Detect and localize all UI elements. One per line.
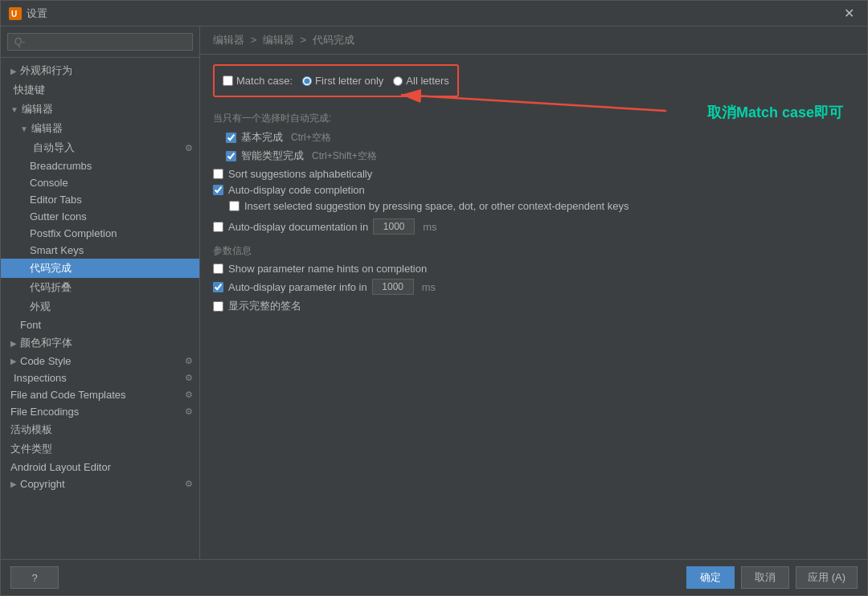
- sidebar-item-label: 文件类型: [10, 442, 52, 456]
- sidebar-item-code-folding[interactable]: 代码折叠: [1, 278, 199, 297]
- auto-param-checkbox[interactable]: [213, 282, 223, 292]
- sidebar-item-postfix[interactable]: Postfix Completion: [1, 225, 199, 242]
- sort-alpha-row: Sort suggestions alphabetically: [213, 168, 854, 180]
- settings-window: U 设置 ✕ ▶ 外观和行为 快捷键 ▼: [0, 0, 868, 596]
- match-case-text: Match case:: [236, 75, 293, 87]
- match-case-label: Match case:: [223, 75, 293, 87]
- sidebar-item-color-font[interactable]: ▶ 颜色和字体: [1, 333, 199, 353]
- window-title: 设置: [27, 6, 839, 21]
- sidebar-item-gutter-icons[interactable]: Gutter Icons: [1, 208, 199, 225]
- help-button[interactable]: ?: [10, 566, 59, 589]
- settings-icon: ⚙: [185, 373, 193, 383]
- auto-display-checkbox[interactable]: [213, 185, 223, 195]
- sidebar-item-code-completion[interactable]: 代码完成: [1, 259, 199, 278]
- svg-text:U: U: [11, 10, 17, 18]
- sort-alpha-checkbox[interactable]: [213, 169, 223, 179]
- sidebar-item-label: Console: [30, 177, 68, 189]
- sidebar-item-keymap[interactable]: 快捷键: [1, 80, 199, 100]
- first-letter-label: First letter only: [302, 75, 383, 87]
- auto-doc-checkbox[interactable]: [213, 222, 223, 232]
- sidebar-item-android-layout[interactable]: Android Layout Editor: [1, 459, 199, 476]
- sidebar-item-label: 自动导入: [33, 141, 75, 155]
- breadcrumb: 编辑器 > 编辑器 > 代码完成: [200, 27, 867, 55]
- close-button[interactable]: ✕: [839, 4, 859, 22]
- sidebar-item-appearance-sub[interactable]: 外观: [1, 297, 199, 316]
- app-icon: U: [9, 7, 22, 20]
- all-letters-radio[interactable]: [393, 76, 403, 86]
- first-letter-radio[interactable]: [302, 76, 312, 86]
- right-panel: 编辑器 > 编辑器 > 代码完成 Match case: Fi: [200, 27, 867, 559]
- sidebar-item-console[interactable]: Console: [1, 174, 199, 191]
- sidebar-item-font[interactable]: Font: [1, 316, 199, 333]
- arrow-icon: ▼: [20, 125, 28, 133]
- apply-button[interactable]: 应用 (A): [796, 566, 858, 589]
- show-param-hints-checkbox[interactable]: [213, 263, 223, 274]
- breadcrumb-sep2: >: [300, 34, 309, 46]
- sidebar-item-code-style[interactable]: ▶ Code Style ⚙: [1, 353, 199, 369]
- sidebar-item-copyright[interactable]: ▶ Copyright ⚙: [1, 476, 199, 492]
- breadcrumb-part2: 编辑器: [263, 34, 294, 46]
- radio-group: First letter only All letters: [302, 75, 449, 87]
- sidebar-item-label: File and Code Templates: [10, 389, 126, 401]
- sidebar-item-label: 活动模板: [10, 423, 52, 437]
- smart-shortcut: Ctrl+Shift+空格: [312, 149, 377, 163]
- sidebar-item-label: Editor Tabs: [30, 194, 82, 206]
- show-param-hints-label: Show parameter name hints on completion: [228, 263, 427, 275]
- auto-complete-section-title: 当只有一个选择时自动完成:: [213, 112, 854, 125]
- settings-icon: ⚙: [185, 390, 193, 400]
- arrow-icon: ▶: [10, 339, 17, 348]
- auto-param-input[interactable]: [372, 279, 414, 295]
- ok-button[interactable]: 确定: [686, 566, 735, 589]
- sidebar-item-editor[interactable]: ▼ 编辑器: [1, 100, 199, 119]
- insert-suggestion-checkbox[interactable]: [229, 201, 240, 211]
- smart-complete-checkbox[interactable]: [226, 151, 236, 161]
- sidebar-item-label: 外观: [30, 300, 51, 314]
- auto-display-label: Auto-display code completion: [228, 184, 365, 196]
- arrow-icon: ▶: [10, 67, 17, 76]
- sidebar-item-editor-tabs[interactable]: Editor Tabs: [1, 191, 199, 208]
- sidebar-item-file-templates[interactable]: File and Code Templates ⚙: [1, 386, 199, 403]
- arrow-icon: ▶: [10, 480, 17, 488]
- sidebar-item-label: 代码折叠: [30, 280, 72, 295]
- sidebar-item-breadcrumbs[interactable]: Breadcrumbs: [1, 157, 199, 174]
- basic-complete-checkbox[interactable]: [226, 133, 236, 143]
- show-full-sig-checkbox[interactable]: [213, 301, 223, 312]
- sidebar-item-label: Copyright: [20, 478, 65, 490]
- sidebar-item-label: Gutter Icons: [30, 210, 87, 222]
- settings-icon: ⚙: [185, 143, 193, 153]
- show-param-hints-row: Show parameter name hints on completion: [213, 263, 854, 275]
- param-section-title: 参数信息: [213, 244, 854, 258]
- param-section: 参数信息 Show parameter name hints on comple…: [213, 244, 854, 313]
- breadcrumb-sep: >: [251, 34, 260, 46]
- sidebar-item-file-types[interactable]: 文件类型: [1, 439, 199, 459]
- match-case-container: Match case: First letter only All letter…: [213, 64, 459, 97]
- sidebar-item-editor-sub[interactable]: ▼ 编辑器: [1, 119, 199, 138]
- sidebar-item-inspections[interactable]: Inspections ⚙: [1, 369, 199, 386]
- sidebar-item-label: 代码完成: [30, 261, 72, 276]
- sidebar-item-auto-import[interactable]: 自动导入 ⚙: [1, 138, 199, 157]
- sidebar-item-label: Smart Keys: [30, 244, 84, 256]
- search-box: [1, 27, 199, 58]
- sidebar-item-label: 编辑器: [31, 121, 63, 136]
- match-case-checkbox[interactable]: [223, 76, 233, 86]
- sidebar-item-appearance[interactable]: ▶ 外观和行为: [1, 61, 199, 80]
- sidebar-item-label: Breadcrumbs: [30, 160, 92, 172]
- breadcrumb-part3: 代码完成: [313, 34, 354, 46]
- sidebar-item-file-encodings[interactable]: File Encodings ⚙: [1, 403, 199, 420]
- sidebar-item-smart-keys[interactable]: Smart Keys: [1, 242, 199, 259]
- sort-alpha-label: Sort suggestions alphabetically: [228, 168, 372, 180]
- insert-suggestion-row: Insert selected suggestion by pressing s…: [229, 200, 854, 212]
- cancel-button[interactable]: 取消: [741, 566, 789, 589]
- content-area: Match case: First letter only All letter…: [200, 55, 867, 559]
- settings-icon: ⚙: [185, 479, 193, 489]
- smart-complete-label: 智能类型完成: [241, 149, 304, 163]
- bottom-bar: ? 确定 取消 应用 (A): [1, 559, 867, 595]
- sidebar-item-live-templates[interactable]: 活动模板: [1, 420, 199, 439]
- auto-doc-input[interactable]: [373, 218, 415, 235]
- show-full-sig-label: 显示完整的签名: [228, 299, 301, 313]
- search-input[interactable]: [7, 33, 193, 51]
- auto-doc-label: Auto-display documentation in: [228, 221, 368, 233]
- sidebar-item-label: Android Layout Editor: [10, 461, 111, 473]
- main-content: ▶ 外观和行为 快捷键 ▼ 编辑器 ▼ 编辑器 自动导入: [1, 27, 867, 559]
- show-full-sig-row: 显示完整的签名: [213, 299, 854, 313]
